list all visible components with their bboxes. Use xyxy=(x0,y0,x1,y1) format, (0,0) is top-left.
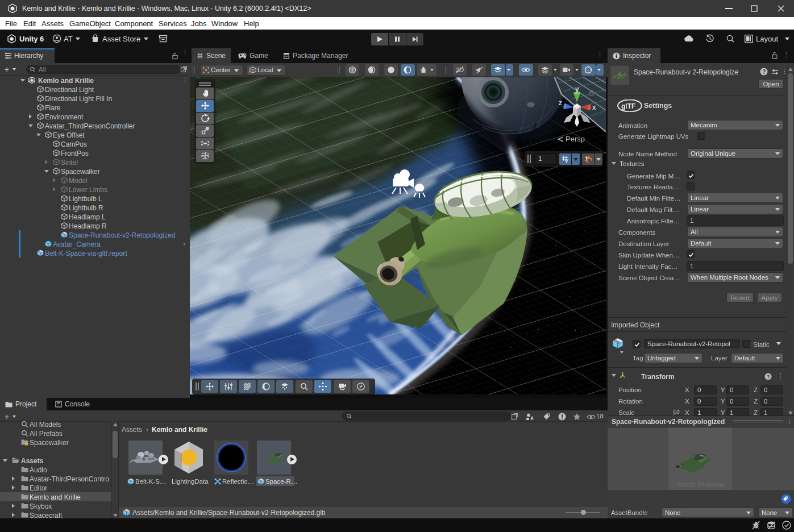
svg-text:y: y xyxy=(575,88,579,93)
svg-text:?: ? xyxy=(767,374,770,380)
svg-text:z: z xyxy=(559,99,562,107)
svg-text:?: ? xyxy=(762,69,766,75)
svg-text:Y: Y xyxy=(565,159,568,164)
svg-text:glTF: glTF xyxy=(621,102,635,110)
svg-text:x: x xyxy=(592,103,596,111)
